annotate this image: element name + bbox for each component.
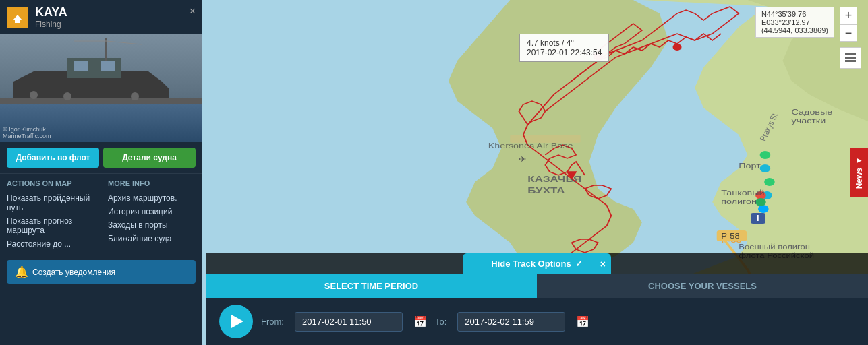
- from-date-input[interactable]: [295, 312, 403, 332]
- action-link-distance[interactable]: Расстояние до ...: [7, 237, 94, 251]
- from-calendar-icon[interactable]: 📅: [413, 315, 427, 328]
- svg-point-7: [760, 164, 771, 172]
- svg-text:i: i: [756, 214, 759, 223]
- tab-select-time[interactable]: SELECT TIME PERIOD: [206, 274, 537, 298]
- to-label: To:: [435, 317, 446, 327]
- more-info-archive[interactable]: Архив маршрутов.: [108, 191, 196, 205]
- vessel-photo: © Igor Klimchuk MarineTraffic.com: [0, 34, 202, 142]
- map-tooltip: 4.7 knots / 4° 2017-02-01 22:43:54: [519, 34, 609, 62]
- from-label: From:: [261, 317, 284, 327]
- coord-line3: (44.5944, 033.3869): [761, 26, 828, 34]
- zoom-in-button[interactable]: +: [840, 7, 857, 24]
- add-fleet-button[interactable]: Добавить во флот: [7, 148, 99, 168]
- svg-point-46: [63, 92, 71, 100]
- close-track-button[interactable]: ×: [600, 259, 606, 270]
- vessel-panel: KAYA Fishing ×: [0, 0, 202, 345]
- vessel-image-container: © Igor Klimchuk MarineTraffic.com: [0, 34, 202, 142]
- to-calendar-icon[interactable]: 📅: [576, 315, 589, 328]
- more-info-title: MORE INFO: [108, 179, 196, 187]
- notify-icon: 🔔: [15, 265, 28, 278]
- svg-text:Садовые: Садовые: [792, 108, 833, 117]
- more-info-ports[interactable]: Заходы в порты: [108, 218, 196, 232]
- hide-track-bar[interactable]: Hide Track Options ✓ ×: [463, 253, 611, 274]
- more-info-nearby[interactable]: Ближайшие суда: [108, 232, 196, 245]
- svg-text:✈: ✈: [519, 155, 527, 164]
- tooltip-speed: 4.7 knots / 4°: [527, 38, 602, 48]
- svg-text:участки: участки: [792, 117, 826, 125]
- svg-rect-33: [845, 53, 856, 55]
- vessel-icon: [7, 7, 28, 28]
- svg-point-47: [131, 92, 139, 100]
- svg-point-5: [673, 44, 682, 51]
- svg-text:Танковый: Танковый: [721, 189, 764, 197]
- vessel-details-button[interactable]: Детали судна: [103, 148, 196, 168]
- close-panel-button[interactable]: ×: [190, 5, 196, 18]
- panel-header: KAYA Fishing ×: [0, 0, 202, 34]
- vessel-type: Fishing: [35, 20, 67, 29]
- track-form: From: 📅 To: 📅: [206, 298, 868, 345]
- vessel-info: KAYA Fishing: [35, 5, 67, 29]
- svg-rect-34: [845, 57, 856, 59]
- svg-text:полигон: полигон: [721, 197, 757, 206]
- svg-text:Khersones Air Base: Khersones Air Base: [488, 142, 573, 150]
- more-info-column: MORE INFO Архив маршрутов. История позиц…: [108, 179, 196, 251]
- more-info-history[interactable]: История позиций: [108, 205, 196, 218]
- track-tabs: SELECT TIME PERIOD CHOOSE YOUR VESSELS: [206, 274, 868, 298]
- zoom-out-button[interactable]: −: [840, 24, 857, 42]
- svg-rect-41: [101, 61, 115, 71]
- svg-rect-40: [74, 61, 88, 71]
- info-columns: ACTIONS ON MAP Показать пройденный путь …: [0, 173, 202, 256]
- svg-point-45: [30, 91, 38, 99]
- map-layers-button[interactable]: [840, 47, 861, 69]
- action-link-track[interactable]: Показать пройденный путь: [7, 191, 94, 214]
- svg-text:КАЗАЧЬЯ: КАЗАЧЬЯ: [527, 174, 581, 184]
- coordinates-display: N44°35'39.76 E033°23'12.97 (44.5944, 033…: [755, 7, 834, 38]
- svg-point-12: [755, 198, 766, 206]
- vessel-name: KAYA: [35, 5, 67, 20]
- action-buttons: Добавить во флот Детали судна: [0, 142, 202, 173]
- to-date-input[interactable]: [457, 312, 565, 332]
- news-button[interactable]: News ◄: [850, 148, 868, 197]
- track-options-panel: Hide Track Options ✓ × SELECT TIME PERIO…: [206, 253, 868, 345]
- notify-button[interactable]: 🔔 Создать уведомления: [7, 260, 196, 284]
- svg-rect-38: [0, 98, 202, 104]
- photo-credit: © Igor Klimchuk MarineTraffic.com: [3, 126, 51, 139]
- svg-text:БУХТА: БУХТА: [527, 185, 565, 195]
- tooltip-time: 2017-02-01 22:43:54: [527, 48, 602, 57]
- svg-rect-35: [845, 60, 856, 62]
- actions-column: ACTIONS ON MAP Показать пройденный путь …: [7, 179, 94, 251]
- action-link-forecast[interactable]: Показать прогноз маршрута: [7, 214, 94, 237]
- play-button[interactable]: [219, 305, 253, 338]
- svg-point-6: [760, 151, 771, 159]
- svg-point-8: [764, 178, 775, 186]
- actions-title: ACTIONS ON MAP: [7, 179, 94, 187]
- svg-text:Военный полигон: Военный полигон: [739, 243, 810, 251]
- coord-line2: E033°23'12.97: [761, 18, 828, 26]
- play-icon: [231, 315, 243, 328]
- svg-text:P-58: P-58: [721, 232, 740, 240]
- svg-text:Порт: Порт: [739, 162, 761, 170]
- notify-label: Создать уведомления: [32, 268, 115, 277]
- tab-choose-vessels[interactable]: CHOOSE YOUR VESSELS: [537, 274, 868, 298]
- hide-track-label: Hide Track Options: [491, 259, 571, 269]
- coord-line1: N44°35'39.76: [761, 10, 828, 18]
- map-controls: + −: [840, 7, 861, 69]
